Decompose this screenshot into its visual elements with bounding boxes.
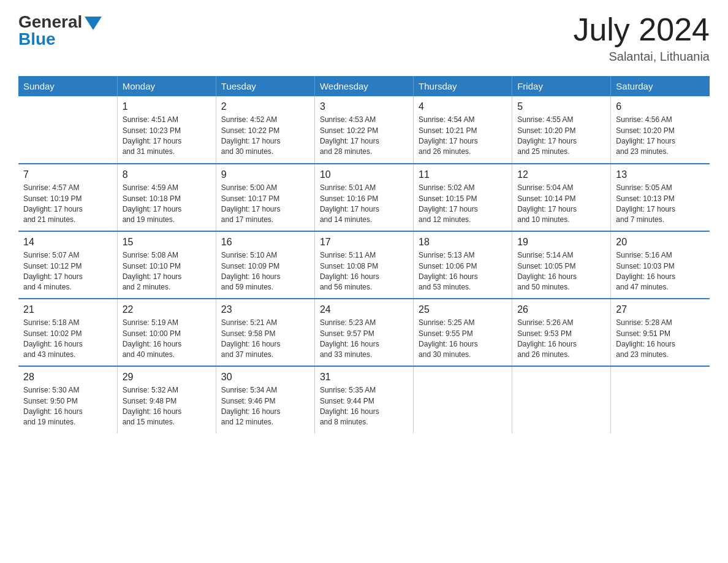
- calendar-cell: 19Sunrise: 5:14 AM Sunset: 10:05 PM Dayl…: [512, 231, 611, 299]
- calendar-cell: 14Sunrise: 5:07 AM Sunset: 10:12 PM Dayl…: [18, 231, 117, 299]
- day-info: Sunrise: 4:53 AM Sunset: 10:22 PM Daylig…: [320, 115, 408, 158]
- day-number: 5: [517, 101, 605, 112]
- day-info: Sunrise: 5:35 AM Sunset: 9:44 PM Dayligh…: [320, 385, 408, 428]
- day-number: 17: [320, 237, 408, 248]
- calendar-cell: 8Sunrise: 4:59 AM Sunset: 10:18 PM Dayli…: [117, 164, 216, 231]
- day-number: 25: [419, 304, 507, 315]
- calendar-cell: 26Sunrise: 5:26 AM Sunset: 9:53 PM Dayli…: [512, 299, 611, 366]
- day-info: Sunrise: 5:14 AM Sunset: 10:05 PM Daylig…: [517, 250, 605, 293]
- day-info: Sunrise: 5:07 AM Sunset: 10:12 PM Daylig…: [23, 250, 112, 293]
- day-number: 10: [320, 169, 408, 180]
- day-info: Sunrise: 5:04 AM Sunset: 10:14 PM Daylig…: [517, 183, 605, 226]
- calendar-cell: 24Sunrise: 5:23 AM Sunset: 9:57 PM Dayli…: [314, 299, 413, 366]
- calendar-cell: 1Sunrise: 4:51 AM Sunset: 10:23 PM Dayli…: [117, 96, 216, 164]
- day-info: Sunrise: 5:02 AM Sunset: 10:15 PM Daylig…: [419, 183, 507, 226]
- day-info: Sunrise: 5:26 AM Sunset: 9:53 PM Dayligh…: [517, 318, 605, 361]
- calendar-cell: 7Sunrise: 4:57 AM Sunset: 10:19 PM Dayli…: [18, 164, 117, 231]
- calendar-cell: 2Sunrise: 4:52 AM Sunset: 10:22 PM Dayli…: [216, 96, 314, 164]
- day-info: Sunrise: 5:21 AM Sunset: 9:58 PM Dayligh…: [221, 318, 309, 361]
- page-header: General Blue July 2024 Salantai, Lithuan…: [18, 12, 710, 64]
- day-number: 20: [616, 237, 705, 248]
- calendar-cell: [414, 366, 512, 434]
- calendar-cell: [611, 366, 710, 434]
- day-number: 2: [221, 101, 309, 112]
- weekday-header-thursday: Thursday: [414, 76, 512, 96]
- day-info: Sunrise: 5:01 AM Sunset: 10:16 PM Daylig…: [320, 183, 408, 226]
- calendar-cell: 28Sunrise: 5:30 AM Sunset: 9:50 PM Dayli…: [18, 366, 117, 434]
- calendar-cell: 29Sunrise: 5:32 AM Sunset: 9:48 PM Dayli…: [117, 366, 216, 434]
- day-number: 24: [320, 304, 408, 315]
- day-info: Sunrise: 5:30 AM Sunset: 9:50 PM Dayligh…: [23, 385, 112, 428]
- day-number: 15: [123, 237, 211, 248]
- calendar-cell: 11Sunrise: 5:02 AM Sunset: 10:15 PM Dayl…: [414, 164, 512, 231]
- weekday-header-tuesday: Tuesday: [216, 76, 314, 96]
- calendar-cell: 30Sunrise: 5:34 AM Sunset: 9:46 PM Dayli…: [216, 366, 314, 434]
- calendar-cell: 18Sunrise: 5:13 AM Sunset: 10:06 PM Dayl…: [414, 231, 512, 299]
- day-info: Sunrise: 5:11 AM Sunset: 10:08 PM Daylig…: [320, 250, 408, 293]
- calendar-cell: 22Sunrise: 5:19 AM Sunset: 10:00 PM Dayl…: [117, 299, 216, 366]
- day-info: Sunrise: 5:19 AM Sunset: 10:00 PM Daylig…: [123, 318, 211, 361]
- day-number: 13: [616, 169, 705, 180]
- calendar-week-row: 1Sunrise: 4:51 AM Sunset: 10:23 PM Dayli…: [18, 96, 710, 164]
- day-info: Sunrise: 4:51 AM Sunset: 10:23 PM Daylig…: [123, 115, 211, 158]
- calendar-cell: 21Sunrise: 5:18 AM Sunset: 10:02 PM Dayl…: [18, 299, 117, 366]
- day-number: 23: [221, 304, 309, 315]
- day-info: Sunrise: 5:10 AM Sunset: 10:09 PM Daylig…: [221, 250, 309, 293]
- calendar-table: SundayMondayTuesdayWednesdayThursdayFrid…: [18, 76, 710, 434]
- day-info: Sunrise: 4:59 AM Sunset: 10:18 PM Daylig…: [123, 183, 211, 226]
- month-title: July 2024: [573, 12, 710, 47]
- calendar-cell: 12Sunrise: 5:04 AM Sunset: 10:14 PM Dayl…: [512, 164, 611, 231]
- calendar-cell: 15Sunrise: 5:08 AM Sunset: 10:10 PM Dayl…: [117, 231, 216, 299]
- calendar-week-row: 21Sunrise: 5:18 AM Sunset: 10:02 PM Dayl…: [18, 299, 710, 366]
- calendar-week-row: 14Sunrise: 5:07 AM Sunset: 10:12 PM Dayl…: [18, 231, 710, 299]
- day-number: 7: [23, 169, 112, 180]
- day-info: Sunrise: 5:23 AM Sunset: 9:57 PM Dayligh…: [320, 318, 408, 361]
- calendar-cell: 27Sunrise: 5:28 AM Sunset: 9:51 PM Dayli…: [611, 299, 710, 366]
- day-info: Sunrise: 5:32 AM Sunset: 9:48 PM Dayligh…: [123, 385, 211, 428]
- logo-triangle-icon: [85, 17, 102, 30]
- calendar-cell: 17Sunrise: 5:11 AM Sunset: 10:08 PM Dayl…: [314, 231, 413, 299]
- day-info: Sunrise: 5:34 AM Sunset: 9:46 PM Dayligh…: [221, 385, 309, 428]
- calendar-cell: [512, 366, 611, 434]
- day-number: 26: [517, 304, 605, 315]
- day-number: 19: [517, 237, 605, 248]
- day-number: 18: [419, 237, 507, 248]
- day-number: 14: [23, 237, 112, 248]
- day-number: 16: [221, 237, 309, 248]
- calendar-cell: [18, 96, 117, 164]
- day-number: 28: [23, 372, 112, 383]
- day-info: Sunrise: 5:05 AM Sunset: 10:13 PM Daylig…: [616, 183, 705, 226]
- day-info: Sunrise: 4:54 AM Sunset: 10:21 PM Daylig…: [419, 115, 507, 158]
- day-info: Sunrise: 5:08 AM Sunset: 10:10 PM Daylig…: [123, 250, 211, 293]
- day-number: 4: [419, 101, 507, 112]
- day-info: Sunrise: 5:18 AM Sunset: 10:02 PM Daylig…: [23, 318, 112, 361]
- title-section: July 2024 Salantai, Lithuania: [573, 12, 710, 64]
- calendar-cell: 16Sunrise: 5:10 AM Sunset: 10:09 PM Dayl…: [216, 231, 314, 299]
- weekday-header-friday: Friday: [512, 76, 611, 96]
- day-number: 27: [616, 304, 705, 315]
- day-number: 21: [23, 304, 112, 315]
- calendar-cell: 25Sunrise: 5:25 AM Sunset: 9:55 PM Dayli…: [414, 299, 512, 366]
- day-number: 30: [221, 372, 309, 383]
- calendar-cell: 4Sunrise: 4:54 AM Sunset: 10:21 PM Dayli…: [414, 96, 512, 164]
- day-number: 11: [419, 169, 507, 180]
- calendar-week-row: 28Sunrise: 5:30 AM Sunset: 9:50 PM Dayli…: [18, 366, 710, 434]
- weekday-header-wednesday: Wednesday: [314, 76, 413, 96]
- day-number: 22: [123, 304, 211, 315]
- calendar-week-row: 7Sunrise: 4:57 AM Sunset: 10:19 PM Dayli…: [18, 164, 710, 231]
- day-number: 9: [221, 169, 309, 180]
- calendar-cell: 13Sunrise: 5:05 AM Sunset: 10:13 PM Dayl…: [611, 164, 710, 231]
- location-label: Salantai, Lithuania: [573, 50, 710, 64]
- day-info: Sunrise: 4:56 AM Sunset: 10:20 PM Daylig…: [616, 115, 705, 158]
- day-info: Sunrise: 4:52 AM Sunset: 10:22 PM Daylig…: [221, 115, 309, 158]
- weekday-header-monday: Monday: [117, 76, 216, 96]
- day-number: 8: [123, 169, 211, 180]
- day-number: 12: [517, 169, 605, 180]
- logo-blue-text: Blue: [18, 29, 56, 49]
- day-number: 1: [123, 101, 211, 112]
- day-number: 29: [123, 372, 211, 383]
- calendar-cell: 3Sunrise: 4:53 AM Sunset: 10:22 PM Dayli…: [314, 96, 413, 164]
- logo: General Blue: [18, 12, 102, 49]
- day-info: Sunrise: 5:13 AM Sunset: 10:06 PM Daylig…: [419, 250, 507, 293]
- calendar-cell: 20Sunrise: 5:16 AM Sunset: 10:03 PM Dayl…: [611, 231, 710, 299]
